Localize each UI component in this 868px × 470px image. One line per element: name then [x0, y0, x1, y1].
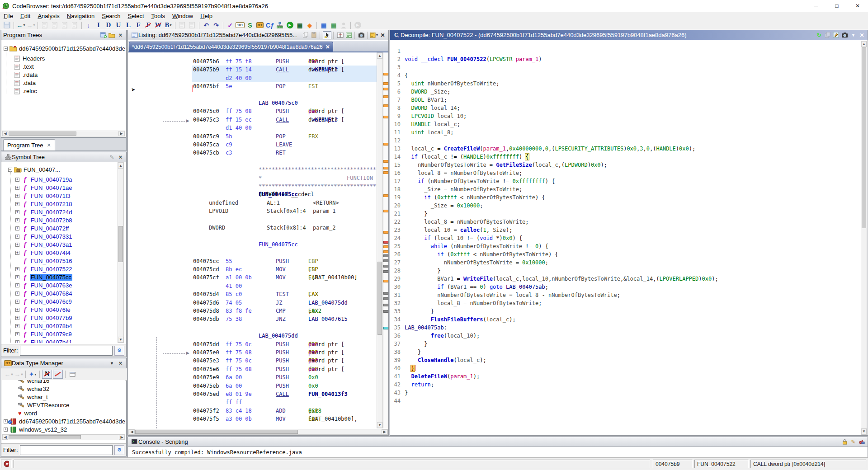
filter-options-icon[interactable]: ⚙ [114, 346, 124, 356]
dtm-hscrollbar[interactable]: ◀ ▶ [2, 434, 125, 440]
refresh-icon[interactable]: ↻ [815, 32, 823, 39]
decompiler-line[interactable]: 38 } [391, 348, 856, 356]
symbol-tree-item-FUN_00407b41[interactable]: +fFUN_00407b41 [15, 338, 73, 343]
listing-content[interactable]: 004075b6ff 75 f8PUSHdword ptr [EBP + loc… [128, 52, 377, 428]
listing-row[interactable] [128, 91, 377, 99]
run-disabled-icon[interactable]: ▶ [353, 21, 362, 29]
decompiler-line[interactable]: 18 _Size = nNumberOfBytesToWrite; [391, 185, 856, 193]
listing-row[interactable]: 004075f5a3 00 0bMOV[DAT_00410b00],EAX [128, 415, 377, 423]
symbol-tree-item-FUN_00407331[interactable]: +fFUN_00407331 [15, 233, 73, 240]
bookmark-mark-icon[interactable] [383, 143, 388, 146]
dtm-item-WEVTResource[interactable]: WEVTResource [15, 401, 69, 409]
tab-program-tree[interactable]: Program Tree ✕ [3, 139, 55, 150]
save-icon[interactable] [2, 21, 11, 29]
decompiler-line[interactable]: 36 free(local_10); [391, 332, 856, 340]
listing-row[interactable]: d2 40 00 [128, 74, 377, 82]
bookmark-mark-icon[interactable] [383, 231, 388, 234]
listing-row[interactable]: LAB_004075dd [128, 332, 377, 340]
status-dragon-icon[interactable] [1, 460, 12, 468]
decompiler-line[interactable]: 7 BOOL BVar1; [391, 96, 856, 104]
listing-row[interactable]: * FUNCTION [128, 174, 377, 182]
decompiler-line[interactable]: 17 if (nNumberOfBytesToWrite != 0xffffff… [391, 177, 856, 185]
symbol-tree-item-FUN_004073a1[interactable]: +fFUN_004073a1 [15, 241, 73, 249]
program-tree-item-Headers[interactable]: Headers [14, 55, 45, 62]
filter-options-icon[interactable]: ⚙ [114, 445, 124, 455]
menu-select[interactable]: Select [124, 12, 147, 20]
edit-pencil-icon[interactable]: ✎ [108, 154, 116, 161]
redo-page-icon[interactable] [178, 21, 187, 29]
decompiler-line[interactable]: 20 _Size = 0x10000; [391, 202, 856, 210]
snapshot-camera-icon[interactable] [841, 32, 849, 39]
gray-mark-icon[interactable] [383, 304, 388, 306]
tab-listing-file[interactable]: *dd674592500b1f71d1255abd7e440d3de329695… [129, 42, 333, 52]
symbol-tree-item-FUN_004074f4[interactable]: +fFUN_004074f4 [15, 249, 71, 257]
symbol-tree-item-FUN_00407516[interactable]: fFUN_00407516 [15, 257, 73, 265]
dtm-filter-arrays-icon[interactable]: N [42, 370, 52, 379]
listing-row[interactable] [128, 216, 377, 224]
decompiler-line[interactable]: 6 DWORD _Size; [391, 88, 856, 96]
data-type-archive-icon[interactable]: DT [255, 21, 264, 29]
decompiler-line[interactable]: 5 uint nNumberOfBytesToWrite; [391, 80, 856, 88]
decompiler-line[interactable]: 28 } [391, 267, 856, 275]
listing-row[interactable]: 004075bf5ePOPESI [128, 82, 377, 90]
gray-mark-icon[interactable] [383, 254, 388, 257]
menu-search[interactable]: Search [98, 12, 124, 20]
decompiler-line[interactable]: 37 } [391, 340, 856, 348]
listing-row[interactable]: 004075c3ff 15 ecCALLdword ptr [->KERNEL3 [128, 116, 377, 124]
menu-navigation[interactable]: Navigation [63, 12, 98, 20]
bookmark-mark-icon[interactable] [383, 194, 388, 197]
decompiler-line[interactable]: 19 if (0xffff < nNumberOfBytesToWrite) { [391, 193, 856, 202]
symbol-filter-input[interactable] [20, 346, 113, 356]
decompiler-line[interactable]: 4{ [391, 71, 856, 80]
symbol-tree-item-FUN_004077b9[interactable]: +fFUN_004077b9 [15, 314, 73, 322]
gray-mark-icon[interactable] [383, 270, 388, 273]
listing-row[interactable]: LAB_004075c0 [128, 99, 377, 107]
bookmark-overview-margin[interactable] [383, 52, 388, 428]
decompiler-line[interactable]: 34 FlushFileBuffers(local_c); [391, 315, 856, 324]
menu-window[interactable]: Window [169, 12, 197, 20]
listing-row[interactable] [128, 157, 377, 165]
program-tree-item-text[interactable]: .text [14, 63, 34, 70]
listing-row[interactable]: 41 00 [128, 282, 377, 290]
listing-vscrollbar[interactable]: ▲ ▼ [377, 52, 383, 428]
symbol-tree-vscrollbar[interactable]: ▲ ▼ [118, 162, 124, 343]
table-view-icon[interactable]: ▦ [319, 21, 328, 29]
listing-row[interactable]: undefined __cdecl FUN_004075cc(LPVOI [128, 190, 377, 198]
listing-row[interactable]: undefinedAL:1<RETURN> [128, 199, 377, 207]
menu-dropdown-icon[interactable]: ▼ [849, 32, 857, 39]
bookmark-mark-icon[interactable] [383, 104, 388, 107]
script-manager-icon[interactable]: S [245, 21, 255, 29]
dtm-item-wchar_t[interactable]: wchar_t [15, 393, 48, 401]
dtm-header[interactable]: DT Data Type Manager ▼ ✕ [1, 358, 126, 368]
redo-icon[interactable]: ↷ [212, 21, 221, 29]
dtm-item-wchar16[interactable]: wchar16 [15, 380, 49, 385]
tab-close-icon[interactable]: ✕ [47, 142, 51, 148]
diamond-icon[interactable]: ◆ [305, 21, 314, 29]
symbol-tree-item-FUN_004076fe[interactable]: +fFUN_004076fe [15, 306, 71, 314]
decompiler-line[interactable]: 31 nNumberOfBytesToWrite = local_8 - nNu… [391, 291, 856, 299]
decompiler-line[interactable]: 39 CloseHandle(local_c); [391, 356, 856, 364]
dtm-item-wchar32[interactable]: wchar32 [15, 385, 49, 393]
listing-row[interactable]: 004075cd8b ecMOVEBP,ESP [128, 265, 377, 273]
dtm-tree[interactable]: wchar16wchar32wchar_tWEVTResource♥word+✓… [2, 380, 125, 434]
symbol-tree-item-FUN_004079c9[interactable]: +fFUN_004079c9 [15, 330, 73, 338]
symbol-tree-root[interactable]: −FUN_00407... [8, 166, 60, 174]
decompiler-vscrollbar[interactable]: ▲ ▼ [861, 41, 867, 435]
dtm-window-icon[interactable] [68, 370, 77, 378]
dual-listing-icon[interactable] [336, 32, 344, 39]
dtm-filter-input[interactable] [20, 445, 113, 455]
person-icon[interactable] [339, 21, 348, 29]
symbol-tree-item-FUN_004078b4[interactable]: +fFUN_004078b4 [15, 322, 73, 330]
clear-console-icon[interactable] [858, 438, 866, 446]
listing-row[interactable]: 004075e96a 00PUSH0x0 [128, 373, 377, 381]
nav-out-icon[interactable] [40, 21, 49, 29]
symbol-tree-item-FUN_004072b8[interactable]: +fFUN_004072b8 [15, 216, 73, 224]
bookmark-mark-icon[interactable] [383, 210, 388, 212]
decompiler-line[interactable]: 2void __cdecl FUN_00407522(LPCWSTR param… [391, 55, 856, 63]
listing-row[interactable]: 004075cbc3RET [128, 149, 377, 157]
listing-row[interactable]: 004075ddff 75 0cPUSHdword ptr [EBP + par [128, 340, 377, 348]
diff-view-icon[interactable] [345, 32, 353, 39]
markup-d-icon[interactable]: D [104, 21, 113, 29]
dtm-item-word[interactable]: ♥word [15, 409, 37, 417]
listing-row[interactable]: 004075c95bPOPEBX [128, 132, 377, 141]
